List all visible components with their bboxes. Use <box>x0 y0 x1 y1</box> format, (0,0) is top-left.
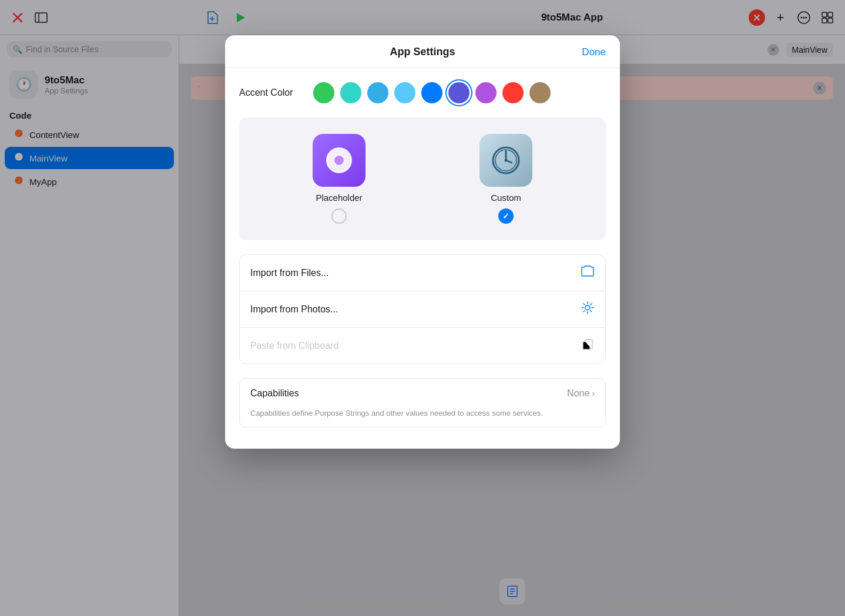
color-blue-light[interactable] <box>394 82 415 103</box>
modal-title: App Settings <box>390 46 455 58</box>
import-files-icon <box>581 264 595 281</box>
icon-option-placeholder[interactable]: Placeholder <box>313 134 366 224</box>
accent-color-row: Accent Color <box>239 82 606 103</box>
paste-clipboard-label: Paste from Clipboard <box>250 341 338 351</box>
color-green[interactable] <box>313 82 334 103</box>
done-button[interactable]: Done <box>582 46 606 58</box>
import-photos-icon <box>581 301 595 318</box>
radio-checkmark: ✓ <box>502 211 509 221</box>
accent-label: Accent Color <box>239 87 304 98</box>
paste-clipboard-row[interactable]: Paste from Clipboard <box>240 328 605 363</box>
import-files-row[interactable]: Import from Files... <box>240 255 605 291</box>
placeholder-label: Placeholder <box>316 193 362 203</box>
icon-selection-card: Placeholder C <box>239 117 606 240</box>
capabilities-section: Capabilities None › Capabilities define … <box>239 378 606 428</box>
modal-header: App Settings Done <box>225 35 620 68</box>
custom-icon-box <box>479 134 532 187</box>
accent-colors <box>313 82 551 103</box>
svg-point-31 <box>334 156 344 165</box>
color-teal[interactable] <box>340 82 361 103</box>
capabilities-row[interactable]: Capabilities None › <box>240 379 605 408</box>
import-files-label: Import from Files... <box>250 268 328 278</box>
color-indigo[interactable] <box>448 82 470 103</box>
app-settings-modal: App Settings Done Accent Color <box>225 35 620 449</box>
capabilities-label: Capabilities <box>250 388 299 399</box>
modal-overlay: App Settings Done Accent Color <box>0 0 845 616</box>
capabilities-description: Capabilities define Purpose Strings and … <box>240 408 605 427</box>
color-brown[interactable] <box>529 82 551 103</box>
svg-point-36 <box>505 159 508 162</box>
capabilities-chevron: › <box>592 389 595 398</box>
capabilities-none: None <box>567 388 589 399</box>
custom-label: Custom <box>491 193 521 203</box>
import-section: Import from Files... Import from Photos.… <box>239 254 606 364</box>
icon-option-custom[interactable]: Custom ✓ <box>479 134 532 224</box>
modal-body: Accent Color <box>225 68 620 449</box>
color-cyan[interactable] <box>367 82 388 103</box>
color-blue[interactable] <box>421 82 442 103</box>
import-photos-label: Import from Photos... <box>250 304 338 315</box>
capabilities-value: None › <box>567 388 595 399</box>
custom-radio[interactable]: ✓ <box>498 208 514 224</box>
paste-clipboard-icon <box>581 337 595 354</box>
placeholder-radio[interactable] <box>331 208 347 224</box>
color-purple[interactable] <box>475 82 497 103</box>
placeholder-icon-box <box>313 134 366 187</box>
svg-point-37 <box>585 305 590 310</box>
color-red[interactable] <box>502 82 524 103</box>
import-photos-row[interactable]: Import from Photos... <box>240 291 605 328</box>
